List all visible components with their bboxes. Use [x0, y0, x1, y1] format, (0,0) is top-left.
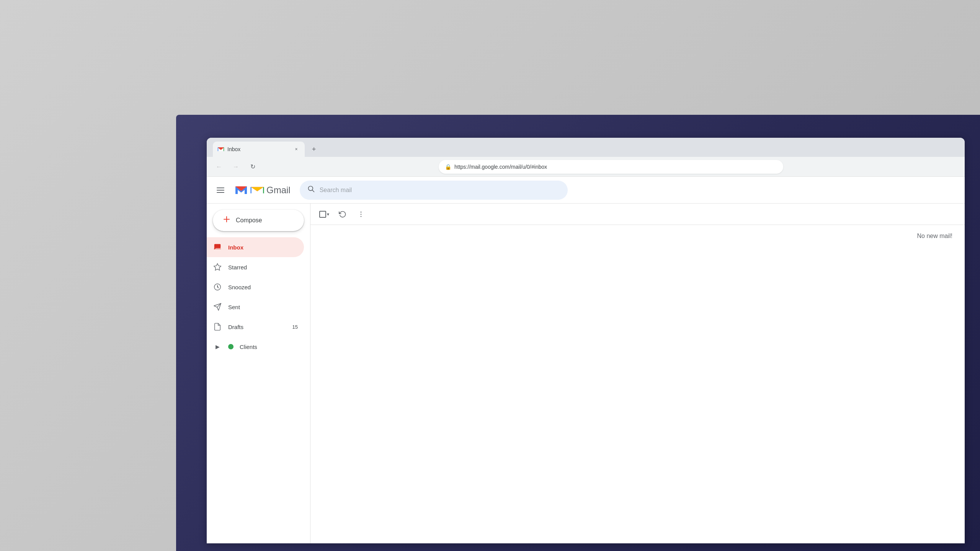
new-tab-button[interactable]: + [308, 143, 320, 155]
snoozed-label: Snoozed [228, 284, 298, 290]
refresh-button[interactable]: ↻ [247, 161, 259, 173]
svg-rect-2 [217, 190, 224, 191]
drafts-badge: 15 [292, 324, 298, 330]
starred-label: Starred [228, 264, 298, 271]
checkbox-icon [319, 211, 326, 218]
empty-inbox-message: No new mail! [310, 225, 965, 247]
inbox-label: Inbox [228, 244, 298, 251]
sent-icon [213, 302, 222, 311]
no-new-mail-text: No new mail! [917, 233, 952, 240]
drafts-label: Drafts [228, 324, 286, 330]
sidebar-item-drafts[interactable]: Drafts 15 [207, 317, 304, 337]
email-toolbar: ▾ [310, 204, 965, 225]
compose-plus-icon [222, 215, 231, 226]
expand-arrow-icon: ▶ [213, 342, 222, 351]
tab-favicon [217, 146, 224, 153]
url-text: https://mail.google.com/mail/u/0/#inbox [454, 164, 547, 170]
gmail-logo-svg [250, 184, 265, 196]
clients-label-dot [228, 344, 234, 349]
star-icon [213, 262, 222, 272]
search-placeholder: Search mail [320, 187, 560, 194]
tab-title: Inbox [227, 146, 289, 152]
tab-bar: Inbox × + [207, 138, 965, 157]
drafts-icon [213, 322, 222, 331]
snoozed-icon [213, 282, 222, 292]
sidebar-item-starred[interactable]: Starred [207, 257, 304, 277]
gmail-wordmark: Gmail [266, 185, 291, 196]
url-bar-area: ← → ↻ 🔒 https://mail.google.com/mail/u/0… [207, 157, 965, 177]
browser-tab-gmail[interactable]: Inbox × [213, 142, 305, 157]
forward-button[interactable]: → [230, 161, 242, 173]
search-bar[interactable]: Search mail [300, 181, 568, 200]
lock-icon: 🔒 [445, 164, 451, 170]
svg-point-7 [361, 211, 362, 212]
chevron-down-icon: ▾ [327, 212, 329, 217]
sidebar-item-inbox[interactable]: Inbox [207, 237, 304, 257]
browser-window: Inbox × + ← → ↻ 🔒 https://mail.google.co… [207, 138, 965, 543]
main-content: ▾ [310, 204, 965, 543]
tab-close-button[interactable]: × [292, 145, 300, 153]
sidebar: Compose Inbox [207, 204, 310, 543]
svg-rect-1 [217, 187, 224, 188]
svg-rect-3 [217, 192, 224, 193]
back-button[interactable]: ← [213, 161, 225, 173]
desktop: Inbox × + ← → ↻ 🔒 https://mail.google.co… [0, 0, 980, 551]
search-icon [307, 185, 315, 195]
svg-point-9 [361, 216, 362, 217]
sidebar-item-snoozed[interactable]: Snoozed [207, 277, 304, 297]
svg-point-8 [361, 214, 362, 215]
inbox-icon [213, 243, 222, 252]
gmail-logo: Gmail [234, 183, 291, 197]
refresh-emails-button[interactable] [335, 207, 350, 222]
select-all-button[interactable]: ▾ [317, 207, 332, 222]
hamburger-menu-icon[interactable] [213, 183, 228, 198]
compose-button[interactable]: Compose [213, 210, 304, 231]
clients-label: Clients [240, 344, 298, 350]
compose-label: Compose [236, 217, 262, 224]
sent-label: Sent [228, 304, 298, 310]
gmail-header: Gmail Search mail [207, 177, 965, 204]
gmail-m-icon [234, 183, 248, 197]
more-options-button[interactable] [353, 207, 369, 222]
monitor-bezel: Inbox × + ← → ↻ 🔒 https://mail.google.co… [176, 115, 980, 551]
url-bar[interactable]: 🔒 https://mail.google.com/mail/u/0/#inbo… [439, 160, 783, 174]
sidebar-item-sent[interactable]: Sent [207, 297, 304, 317]
sidebar-item-clients[interactable]: ▶ Clients [207, 337, 304, 357]
